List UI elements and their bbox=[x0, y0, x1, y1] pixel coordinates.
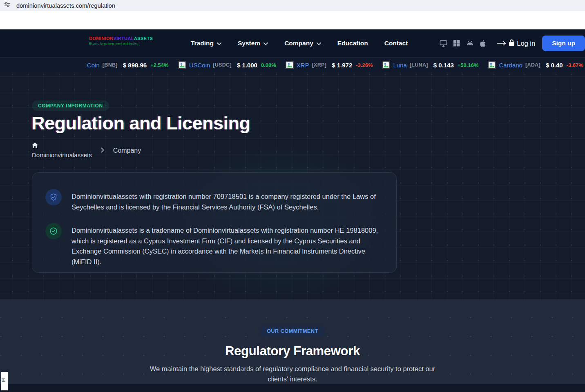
breadcrumb-home-link[interactable]: Dominionvirtualassets bbox=[32, 143, 92, 158]
hero-section: COMPANY INFORMATION Regulation and Licen… bbox=[0, 72, 585, 299]
regulation-info-card: Dominionvirtualassets with registration … bbox=[32, 172, 397, 273]
desktop-icon[interactable] bbox=[440, 40, 447, 47]
nav-item-company[interactable]: Company bbox=[284, 40, 321, 47]
ticker-item-bnb[interactable]: Coin [BNB] $ 898.96 +2.54% bbox=[87, 62, 169, 69]
ticker-item-luna[interactable]: Luna [LUNA] $ 0.143 +50.16% bbox=[382, 61, 478, 69]
broken-image-icon bbox=[1, 378, 8, 382]
main-navbar: DOMINIONVIRTUALASSETS Bitcoin, forex inv… bbox=[0, 29, 585, 57]
tune-icon[interactable] bbox=[4, 1, 11, 10]
nav-right-cluster: Log in Sign up bbox=[440, 29, 585, 57]
signup-button[interactable]: Sign up bbox=[542, 36, 585, 51]
ticker-item-ada[interactable]: Cardano [ADA] $ 0.40 -3.67% bbox=[488, 61, 583, 69]
breadcrumb: Dominionvirtualassets Company bbox=[32, 143, 141, 158]
broken-image-icon bbox=[382, 61, 390, 69]
page-title: Regulation and Licensing bbox=[31, 113, 250, 134]
ticker-item-usdc[interactable]: USCoin [USDC] $ 1.000 0.00% bbox=[178, 61, 276, 69]
shield-check-icon bbox=[45, 189, 62, 205]
chevron-down-icon bbox=[217, 40, 221, 47]
crypto-ticker: Coin [BNB] $ 898.96 +2.54% USCoin [USDC]… bbox=[0, 57, 585, 72]
logo-wordmark: DOMINIONVIRTUALASSETS bbox=[89, 36, 153, 41]
regulation-item-fsa: Dominionvirtualassets with registration … bbox=[45, 189, 380, 212]
chat-widget-placeholder[interactable] bbox=[1, 372, 8, 390]
nav-item-contact[interactable]: Contact bbox=[384, 40, 408, 47]
home-icon bbox=[32, 143, 92, 150]
check-circle-icon bbox=[45, 223, 62, 239]
nav-item-education[interactable]: Education bbox=[337, 40, 368, 47]
broken-image-icon bbox=[488, 61, 496, 69]
company-information-badge: COMPANY INFORMATION bbox=[32, 100, 109, 111]
chevron-right-icon bbox=[101, 147, 104, 154]
arrow-right-icon bbox=[497, 40, 507, 47]
chevron-down-icon bbox=[317, 40, 321, 47]
regulation-item-cysec: Dominionvirtualassets is a tradename of … bbox=[45, 223, 380, 267]
windows-icon[interactable] bbox=[453, 40, 460, 47]
logo-tagline: Bitcoin, forex investment and trading bbox=[89, 42, 153, 45]
browser-url-bar[interactable]: dominionvirtualassets.com/regulation bbox=[0, 0, 585, 11]
nav-item-trading[interactable]: Trading bbox=[191, 40, 221, 47]
commitment-subtitle: We maintain the highest standards of reg… bbox=[150, 364, 435, 384]
login-button[interactable]: Log in bbox=[497, 39, 535, 48]
breadcrumb-current[interactable]: Company bbox=[113, 147, 141, 154]
android-icon[interactable] bbox=[466, 40, 474, 46]
nav-menu: Trading System Company Education Contact bbox=[191, 29, 408, 57]
platform-icons bbox=[440, 40, 486, 47]
lock-icon bbox=[509, 39, 515, 48]
url-text[interactable]: dominionvirtualassets.com/regulation bbox=[16, 2, 115, 9]
broken-image-icon bbox=[286, 61, 294, 69]
nav-item-system[interactable]: System bbox=[238, 40, 268, 47]
ticker-item-xrp[interactable]: XRP [XRP] $ 1.972 -3.26% bbox=[286, 61, 373, 69]
apple-icon[interactable] bbox=[480, 40, 486, 47]
commitment-section: OUR COMMITMENT Regulatory Framework We m… bbox=[0, 299, 585, 384]
our-commitment-badge: OUR COMMITMENT bbox=[260, 325, 325, 337]
chevron-down-icon bbox=[263, 40, 268, 47]
page-top-gap bbox=[0, 11, 585, 29]
next-section-edge bbox=[0, 384, 585, 392]
commitment-title: Regulatory Framework bbox=[0, 344, 585, 359]
site-logo[interactable]: DOMINIONVIRTUALASSETS Bitcoin, forex inv… bbox=[89, 36, 153, 45]
login-label: Log in bbox=[517, 40, 535, 47]
broken-image-icon bbox=[178, 61, 186, 69]
